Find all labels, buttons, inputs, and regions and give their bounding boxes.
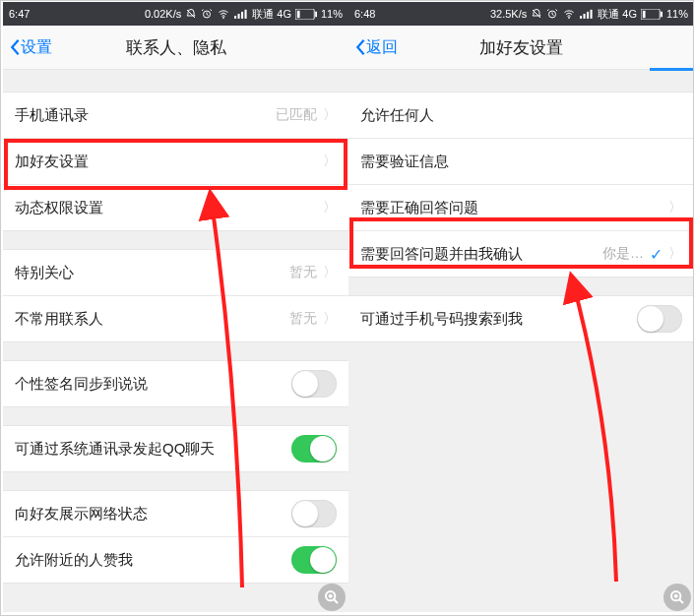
svg-rect-2: [234, 16, 236, 19]
row-detail: 你是…: [602, 245, 644, 263]
status-carrier: 联通 4G: [252, 7, 291, 22]
row-label: 需要正确回答问题: [360, 199, 478, 217]
row-allow-anyone[interactable]: 允许任何人: [348, 92, 694, 138]
status-speed: 32.5K/s: [490, 8, 527, 20]
row-label: 动态权限设置: [15, 199, 103, 217]
status-time: 6:48: [354, 8, 375, 20]
svg-rect-4: [241, 12, 243, 19]
chevron-right-icon: 〉: [668, 245, 682, 263]
row-allow-nearby-like[interactable]: 允许附近的人赞我: [3, 536, 348, 583]
svg-rect-8: [297, 10, 300, 17]
wifi-icon: [217, 8, 230, 20]
row-answer-and-confirm[interactable]: 需要回答问题并由我确认 你是… ✓ 〉: [348, 230, 694, 277]
signal-icon: [234, 8, 248, 20]
row-rare-contacts[interactable]: 不常用联系人 暂无 〉: [3, 295, 348, 341]
status-battery: 11%: [321, 8, 343, 20]
status-carrier: 联通 4G: [598, 7, 637, 22]
zoom-icon: [318, 584, 346, 611]
page-title: 加好友设置: [348, 36, 694, 59]
chevron-left-icon: [354, 38, 366, 56]
nav-bar: 设置 联系人、隐私: [3, 26, 348, 70]
row-require-correct-answer[interactable]: 需要正确回答问题 〉: [348, 184, 694, 230]
alarm-icon: [201, 8, 213, 20]
row-label: 个性签名同步到说说: [15, 375, 148, 394]
chevron-right-icon: 〉: [323, 264, 337, 281]
toggle-qq-contacts[interactable]: [291, 435, 337, 462]
toggle-sync-signature[interactable]: [291, 370, 337, 398]
chevron-right-icon: 〉: [668, 199, 682, 216]
svg-rect-14: [591, 10, 593, 19]
row-qq-via-contacts[interactable]: 可通过系统通讯录发起QQ聊天: [3, 426, 348, 471]
svg-rect-17: [643, 10, 646, 17]
row-label: 特别关心: [15, 264, 74, 282]
battery-icon: [641, 9, 662, 20]
toggle-nearby-like[interactable]: [291, 546, 337, 574]
row-label: 可通过手机号码搜索到我: [360, 310, 523, 329]
toggle-network-status[interactable]: [291, 500, 337, 527]
svg-rect-13: [587, 12, 589, 19]
row-label: 允许附近的人赞我: [15, 551, 133, 570]
row-label: 允许任何人: [360, 106, 434, 125]
svg-rect-3: [238, 14, 240, 19]
page-title: 联系人、隐私: [3, 36, 348, 59]
nav-bar: 返回 加好友设置: [348, 26, 694, 70]
chevron-right-icon: 〉: [323, 199, 337, 216]
back-label: 设置: [21, 37, 52, 58]
chevron-left-icon: [9, 38, 21, 56]
row-label: 需要验证信息: [360, 153, 449, 171]
row-detail: 已匹配: [276, 106, 317, 124]
row-special-care[interactable]: 特别关心 暂无 〉: [3, 250, 348, 295]
status-battery: 11%: [666, 8, 688, 20]
back-label: 返回: [366, 37, 398, 58]
svg-point-1: [223, 18, 224, 19]
svg-rect-5: [245, 10, 247, 19]
row-label: 向好友展示网络状态: [15, 505, 148, 524]
row-show-network-status[interactable]: 向好友展示网络状态: [3, 491, 348, 536]
svg-point-10: [569, 18, 570, 19]
svg-rect-11: [580, 16, 582, 19]
tab-indicator: [650, 68, 694, 71]
check-icon: ✓: [650, 245, 662, 264]
phone-right: 6:48 32.5K/s 联通 4G: [348, 2, 694, 612]
mute-icon: [185, 8, 197, 20]
wifi-icon: [562, 8, 576, 20]
status-bar: 6:48 32.5K/s 联通 4G: [348, 2, 694, 26]
row-label: 需要回答问题并由我确认: [360, 245, 523, 264]
zoom-icon: [663, 584, 691, 611]
row-add-friend-settings[interactable]: 加好友设置 〉: [3, 138, 348, 184]
row-phone-contacts[interactable]: 手机通讯录 已匹配 〉: [3, 92, 348, 138]
status-bar: 6:47 0.02K/s 联通 4G: [3, 2, 348, 26]
row-detail: 暂无: [289, 264, 317, 281]
row-label: 不常用联系人: [15, 310, 103, 329]
svg-rect-16: [661, 11, 662, 17]
phone-left: 6:47 0.02K/s 联通 4G: [3, 2, 348, 612]
toggle-search-by-phone[interactable]: [637, 305, 682, 333]
signal-icon: [580, 8, 594, 20]
row-label: 可通过系统通讯录发起QQ聊天: [15, 440, 215, 459]
status-time: 6:47: [9, 8, 30, 20]
alarm-icon: [546, 8, 558, 20]
chevron-right-icon: 〉: [323, 106, 337, 124]
row-sync-signature[interactable]: 个性签名同步到说说: [3, 361, 348, 406]
row-require-verification[interactable]: 需要验证信息: [348, 138, 694, 184]
status-speed: 0.02K/s: [145, 8, 181, 20]
chevron-right-icon: 〉: [323, 153, 337, 170]
battery-icon: [295, 9, 317, 20]
back-button[interactable]: 返回: [348, 37, 398, 58]
row-moments-permission[interactable]: 动态权限设置 〉: [3, 184, 348, 230]
svg-rect-12: [584, 14, 586, 19]
row-detail: 暂无: [289, 310, 317, 328]
chevron-right-icon: 〉: [323, 310, 337, 328]
row-label: 手机通讯录: [15, 106, 89, 125]
row-search-by-phone[interactable]: 可通过手机号码搜索到我: [348, 296, 694, 341]
mute-icon: [531, 8, 542, 20]
back-button[interactable]: 设置: [3, 37, 52, 58]
row-label: 加好友设置: [15, 153, 89, 171]
svg-rect-7: [315, 11, 317, 17]
